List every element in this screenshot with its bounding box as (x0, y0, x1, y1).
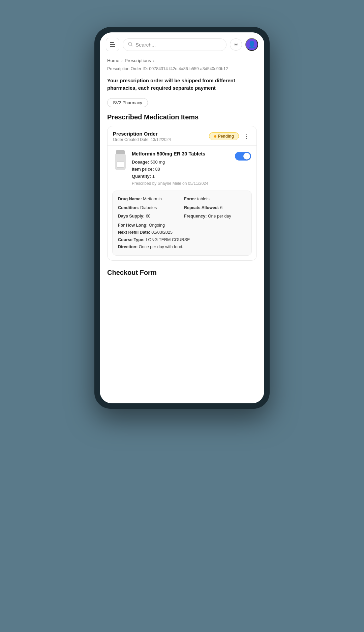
search-input[interactable] (135, 42, 221, 48)
prescribed-section-title: Prescribed Medication Items (107, 113, 257, 121)
medication-image (113, 152, 128, 172)
breadcrumb-home[interactable]: Home (107, 58, 119, 63)
phone-shell: ☀ 👤 Home › Prescriptions › Prescription … (94, 27, 270, 409)
drug-name-item: Drug Name: Metformin (118, 196, 180, 203)
pharmacy-badge: SV2 Pharmacy (107, 98, 148, 107)
svg-line-1 (131, 45, 132, 46)
medication-item: Metformin 500mg ER 30 Tablets Dosage: 50… (108, 146, 256, 191)
drug-info-card: Drug Name: Metformin Form: tablets Condi… (112, 191, 252, 256)
order-card-header: Prescription Order Order Created Date: 1… (108, 126, 256, 146)
theme-toggle-button[interactable]: ☀ (230, 38, 242, 51)
avatar-icon: 👤 (248, 40, 256, 49)
drug-frequency-item: Frequency: One per day (184, 213, 246, 220)
breadcrumb-prescriptions[interactable]: Prescriptions (125, 58, 151, 63)
medication-price: Item price: 88 (132, 166, 231, 173)
breadcrumb: Home › Prescriptions › (107, 58, 257, 63)
medication-details: Metformin 500mg ER 30 Tablets Dosage: 50… (132, 150, 231, 186)
order-card-title-block: Prescription Order Order Created Date: 1… (113, 131, 171, 142)
page-content: Home › Prescriptions › Prescription Orde… (100, 55, 264, 287)
order-card-date: Order Created Date: 13/12/2024 (113, 137, 171, 142)
medication-toggle[interactable] (235, 152, 251, 161)
drug-info-grid: Drug Name: Metformin Form: tablets Condi… (118, 196, 246, 220)
sidebar-icon (110, 42, 115, 47)
medication-quantity: Quantity: 1 (132, 173, 231, 180)
status-badge: Pending (209, 132, 239, 140)
sidebar-toggle-button[interactable] (106, 38, 119, 51)
drug-days-supply-item: Days Supply: 60 (118, 213, 180, 220)
pill-bottle-icon (115, 153, 126, 170)
drug-form-item: Form: tablets (184, 196, 246, 203)
drug-repeats-item: Repeats Allowed: 6 (184, 204, 246, 211)
toggle-knob (243, 153, 250, 160)
medication-prescribed-by: Prescribed by Shayne Mele on 05/11/2024 (132, 181, 231, 186)
medication-toggle-area (235, 150, 251, 161)
drug-next-refill-item: Next Refill Date: 01/03/2025 (118, 229, 246, 236)
prescription-order-card: Prescription Order Order Created Date: 1… (107, 126, 257, 261)
drug-condition-item: Condition: Diabetes (118, 204, 180, 211)
user-avatar-button[interactable]: 👤 (245, 38, 258, 51)
drug-how-long-item: For How Long: Ongoing (118, 222, 246, 229)
order-card-title: Prescription Order (113, 131, 171, 137)
more-options-button[interactable]: ⋮ (242, 132, 251, 141)
drug-course-type-item: Course Type: LONG TERM COURSE (118, 236, 246, 243)
medication-name: Metformin 500mg ER 30 Tablets (132, 150, 231, 157)
search-bar-container (123, 38, 226, 51)
phone-screen: ☀ 👤 Home › Prescriptions › Prescription … (100, 32, 264, 403)
order-card-actions: Pending ⋮ (209, 132, 251, 141)
drug-direction-item: Direction: Once per day with food. (118, 243, 246, 251)
medication-dosage: Dosage: 500 mg (132, 159, 231, 166)
checkout-section-title: Checkout Form (107, 269, 257, 277)
notice-text: Your prescription order will be shipped … (107, 77, 257, 92)
top-bar: ☀ 👤 (100, 32, 264, 55)
breadcrumb-sep-1: › (121, 58, 123, 63)
breadcrumb-sep-2: › (153, 58, 154, 63)
sun-icon: ☀ (234, 41, 238, 48)
pending-dot-icon (214, 135, 216, 138)
top-actions: ☀ 👤 (230, 38, 258, 51)
order-id-text: Prescription Order ID: 00784314-f42c-4a8… (107, 66, 257, 72)
search-icon (128, 41, 133, 48)
status-label: Pending (218, 134, 234, 139)
